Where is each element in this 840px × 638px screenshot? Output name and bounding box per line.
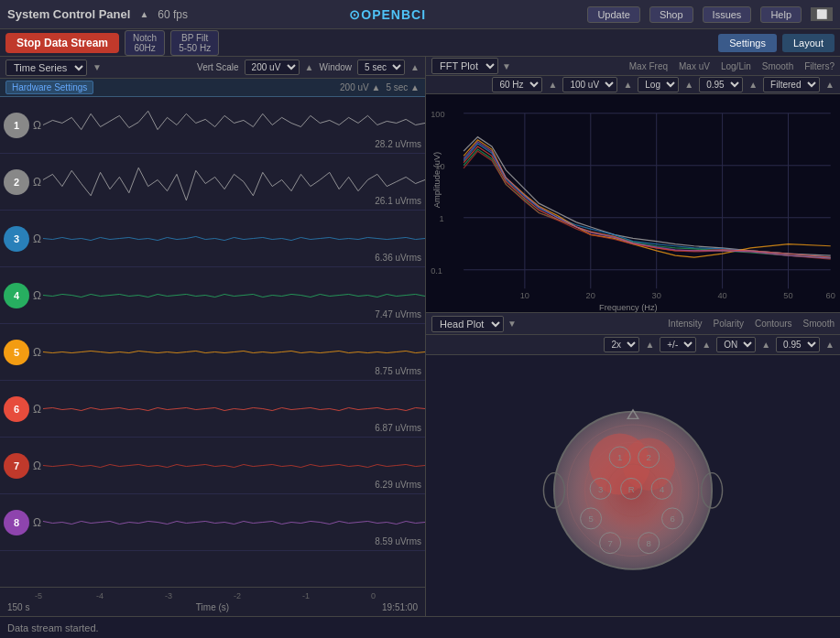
settings-button[interactable]: Settings (718, 34, 777, 52)
log-lin-select[interactable]: Log (638, 77, 679, 92)
channel-row-7: 7 Ω 6.29 uVrms (0, 438, 425, 494)
polarity-arrow: ▲ (702, 340, 711, 350)
smooth-label: Smooth (762, 61, 793, 71)
smooth-arrow: ▲ (748, 80, 758, 90)
issues-button[interactable]: Issues (703, 6, 752, 23)
layout-button[interactable]: Layout (782, 34, 835, 52)
channel-badge-7[interactable]: 7 (4, 453, 29, 479)
electrode-label-6: 6 (670, 514, 674, 524)
tick-minus4: -4 (96, 591, 104, 600)
toolbar: Stop Data Stream Notch60Hz BP Filt5-50 H… (0, 29, 840, 57)
hw-settings-tag[interactable]: Hardware Settings (5, 81, 93, 94)
channel-rms-4: 7.47 uVrms (375, 309, 421, 319)
statusbar: Data stream started. (0, 616, 840, 638)
right-panel: FFT Plot ▼ Max Freq Max uV Log/Lin Smoot… (426, 57, 840, 616)
channel-badge-1[interactable]: 1 (4, 113, 29, 138)
filters-select[interactable]: Filtered (763, 77, 820, 92)
time-axis: 150 s Time (s) 19:51:00 -5 -4 -3 -2 -1 0 (0, 587, 425, 616)
omega-icon-6: Ω (33, 403, 41, 416)
filters-label: Filters? (804, 61, 835, 71)
fft-controls: 60 Hz ▲ 100 uV ▲ Log ▲ 0.95 ▲ Filtered (426, 76, 840, 93)
svg-text:30: 30 (652, 290, 661, 299)
electrode-label-1: 1 (617, 452, 622, 462)
svg-text:50: 50 (783, 290, 792, 299)
vert-scale-arrow-icon: ▲ (305, 62, 314, 72)
vert-scale-select[interactable]: 200 uV (245, 59, 300, 75)
head-header: Head Plot ▼ Intensity Polarity Contours … (426, 313, 840, 335)
fft-section: FFT Plot ▼ Max Freq Max uV Log/Lin Smoot… (426, 57, 840, 313)
stop-data-stream-button[interactable]: Stop Data Stream (5, 33, 119, 53)
svg-text:0.1: 0.1 (431, 265, 442, 275)
channel-row-5: 5 Ω 8.75 uVrms (0, 324, 425, 381)
channel-badge-8[interactable]: 8 (4, 510, 29, 535)
svg-text:1: 1 (439, 214, 443, 223)
arrow-icon: ▼ (93, 62, 102, 72)
time-series-panel: Time Series ▼ Vert Scale 200 uV ▲ Window… (0, 57, 426, 616)
window-maximize-button[interactable]: ⬜ (811, 7, 833, 21)
contours-arrow: ▲ (761, 340, 770, 350)
electrode-label-8: 8 (647, 538, 651, 548)
fft-plot-select[interactable]: FFT Plot (431, 58, 498, 74)
contours-select[interactable]: ON (716, 337, 756, 352)
filters-arrow: ▲ (825, 80, 835, 90)
smooth-select[interactable]: 0.95 (699, 77, 743, 92)
electrode-label-5: 5 (588, 514, 593, 524)
shop-button[interactable]: Shop (649, 6, 693, 23)
max-uv-select[interactable]: 100 uV (562, 77, 617, 92)
bp-filter-indicator: BP Filt5-50 Hz (170, 30, 219, 56)
channel-plot-1: 28.2 uVrms (43, 97, 425, 153)
head-smooth-select[interactable]: 0.95 (776, 337, 820, 352)
omega-icon-2: Ω (33, 176, 41, 189)
channel-badge-5[interactable]: 5 (4, 340, 29, 365)
intensity-select[interactable]: 2x (604, 337, 639, 352)
fft-header: FFT Plot ▼ Max Freq Max uV Log/Lin Smoot… (426, 57, 840, 76)
channel-rms-7: 6.29 uVrms (375, 480, 421, 490)
titlebar: System Control Panel ▲ 60 fps ⊙OPENBCI U… (0, 0, 840, 29)
fft-arrow-icon: ▼ (502, 61, 511, 71)
time-series-select[interactable]: Time Series (5, 59, 87, 76)
app-title: System Control Panel (7, 7, 130, 21)
channel-row-4: 4 Ω 7.47 uVrms (0, 267, 425, 324)
contours-label: Contours (755, 319, 792, 329)
channel-row-8: 8 Ω 8.59 uVrms (0, 494, 425, 551)
omega-icon-1: Ω (33, 119, 41, 132)
logo: ⊙OPENBCI (197, 7, 578, 22)
omega-icon-7: Ω (33, 460, 41, 472)
channel-badge-3[interactable]: 3 (4, 226, 29, 252)
head-plot-select[interactable]: Head Plot (431, 316, 504, 332)
head-controls: 2x ▲ +/- ▲ ON ▲ 0.95 ▲ (426, 335, 840, 355)
polarity-select[interactable]: +/- (660, 337, 696, 352)
channel-rms-6: 6.87 uVrms (375, 423, 421, 433)
omega-icon-5: Ω (33, 346, 41, 359)
electrode-label-r: R (628, 483, 635, 493)
fft-plot-svg: 100 10 1 0.1 10 20 30 40 50 60 Amplitude… (426, 94, 840, 312)
help-button[interactable]: Help (760, 6, 802, 23)
intensity-label: Intensity (668, 319, 702, 329)
electrode-label-7: 7 (607, 538, 612, 548)
log-lin-arrow: ▲ (684, 80, 693, 90)
update-button[interactable]: Update (587, 6, 639, 23)
head-arrow-icon: ▼ (507, 319, 517, 329)
window-select[interactable]: 5 sec (357, 59, 405, 75)
svg-text:Amplitude (uV): Amplitude (uV) (432, 152, 442, 209)
time-total: 150 s (7, 602, 29, 612)
head-plot-area: 1 2 3 R 4 5 (426, 355, 840, 616)
channel-plot-3: 6.36 uVrms (43, 211, 425, 266)
head-smooth-arrow: ▲ (825, 340, 835, 350)
channel-plot-4: 7.47 uVrms (43, 267, 425, 323)
head-smooth-label: Smooth (803, 319, 835, 329)
window-label: Window (320, 62, 353, 72)
window-value: 5 sec ▲ (386, 82, 420, 92)
svg-text:100: 100 (431, 110, 444, 119)
channel-badge-4[interactable]: 4 (4, 283, 29, 308)
tick-zero: 0 (371, 591, 376, 600)
channel-rms-2: 26.1 uVrms (375, 196, 421, 206)
tick-minus2: -2 (234, 591, 241, 600)
omega-icon-3: Ω (33, 232, 41, 245)
channel-badge-2[interactable]: 2 (4, 169, 29, 195)
tick-minus1: -1 (302, 591, 310, 600)
channel-badge-6[interactable]: 6 (4, 396, 29, 422)
status-message: Data stream started. (7, 622, 99, 633)
svg-text:Frequency (Hz): Frequency (Hz) (599, 303, 658, 312)
max-freq-select[interactable]: 60 Hz (492, 77, 542, 92)
